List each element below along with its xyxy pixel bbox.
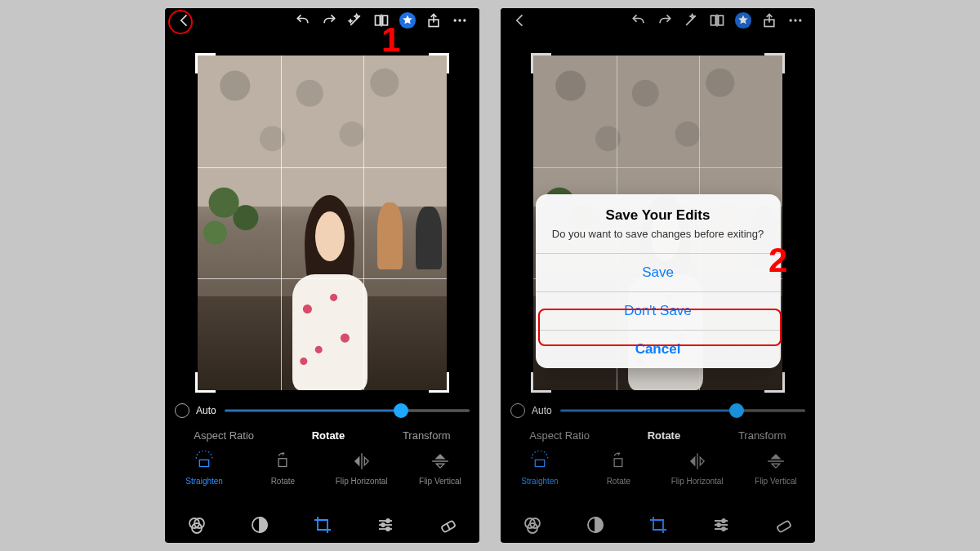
magic-wand-icon[interactable] — [345, 11, 365, 30]
crop-icon[interactable] — [311, 513, 334, 536]
rotate-tools: Straighten Rotate Flip Horizontal Flip V… — [165, 451, 479, 504]
tool-flip-v-label: Flip Vertical — [419, 477, 461, 486]
tab-rotate[interactable]: Rotate — [307, 426, 350, 445]
dialog-save-button[interactable]: Save — [536, 253, 781, 291]
svg-rect-8 — [199, 460, 208, 466]
crop-handle-tl[interactable] — [195, 53, 216, 73]
svg-point-7 — [463, 19, 466, 21]
undo-icon[interactable] — [293, 11, 313, 30]
svg-point-17 — [386, 519, 390, 522]
crop-handle-tr[interactable] — [429, 53, 449, 73]
dialog-title: Save Your Edits — [550, 207, 766, 224]
tool-flip-horizontal[interactable]: Flip Horizontal — [323, 451, 401, 486]
editor-bottombar — [165, 507, 479, 543]
back-icon[interactable] — [175, 11, 194, 30]
tab-transform[interactable]: Transform — [398, 426, 456, 445]
crop-handle-br[interactable] — [429, 372, 449, 393]
crop-tabs: Aspect Ratio Rotate Transform — [165, 426, 479, 445]
slider-thumb[interactable] — [394, 403, 408, 418]
svg-rect-9 — [279, 459, 287, 467]
svg-point-19 — [381, 523, 385, 527]
heal-icon[interactable] — [437, 513, 460, 536]
dialog-cancel-button[interactable]: Cancel — [536, 330, 781, 368]
photo-plants — [198, 162, 285, 263]
photo-background-people — [377, 202, 442, 269]
more-icon[interactable] — [450, 11, 470, 30]
crop-handle-bl[interactable] — [195, 372, 216, 393]
tool-straighten[interactable]: Straighten — [165, 451, 243, 486]
svg-line-23 — [447, 523, 450, 530]
save-edits-dialog: Save Your Edits Do you want to save chan… — [536, 194, 781, 368]
tool-flip-h-label: Flip Horizontal — [336, 477, 388, 486]
editor-topbar — [165, 8, 479, 33]
auto-label: Auto — [196, 405, 216, 416]
filters-icon[interactable] — [185, 513, 208, 536]
svg-rect-0 — [376, 16, 381, 25]
adjust-icon[interactable] — [374, 513, 397, 536]
svg-point-21 — [386, 527, 390, 531]
photo-canvas[interactable] — [198, 56, 447, 390]
share-icon[interactable] — [424, 11, 443, 30]
redo-icon[interactable] — [319, 11, 339, 30]
photo-subject — [278, 183, 382, 390]
tool-rotate-label: Rotate — [271, 477, 295, 486]
svg-point-6 — [458, 19, 461, 21]
svg-point-5 — [454, 19, 457, 21]
tool-rotate[interactable]: Rotate — [243, 451, 322, 486]
straighten-slider-row: Auto — [175, 398, 470, 423]
step-number-2: 2 — [768, 243, 787, 278]
dialog-dont-save-button[interactable]: Don't Save — [536, 291, 781, 330]
tab-aspect-ratio[interactable]: Aspect Ratio — [189, 426, 259, 445]
dialog-message: Do you want to save changes before exiti… — [550, 227, 766, 242]
tutorial-stage: Auto Aspect Ratio Rotate Transform Strai… — [0, 0, 980, 551]
phone-screen-step1: Auto Aspect Ratio Rotate Transform Strai… — [165, 8, 479, 543]
tool-straighten-label: Straighten — [185, 477, 223, 486]
straighten-slider[interactable] — [225, 402, 470, 419]
step-number-1: 1 — [381, 23, 400, 57]
auto-toggle[interactable] — [175, 403, 189, 418]
premium-star-icon[interactable] — [398, 11, 417, 30]
contrast-icon[interactable] — [248, 513, 271, 536]
tool-flip-vertical[interactable]: Flip Vertical — [401, 451, 479, 486]
